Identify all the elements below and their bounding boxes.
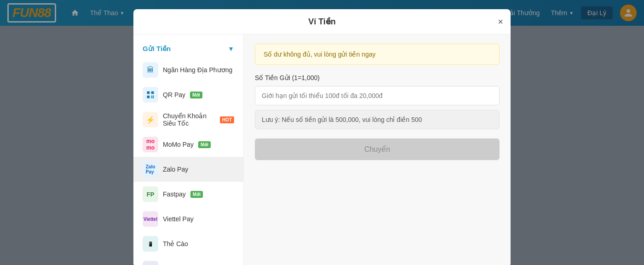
- sidebar-item-label: Fastpay: [163, 190, 186, 198]
- modal-close-button[interactable]: ×: [498, 17, 503, 26]
- fastpay-icon: FP: [143, 186, 158, 202]
- form-label: Số Tiền Gửi (1=1,000): [255, 74, 500, 81]
- amount-input[interactable]: [255, 86, 500, 105]
- sidebar-item-the-cao[interactable]: 📱 Thẻ Cào: [133, 231, 243, 256]
- sidebar-item-chuyen-khoan[interactable]: ⚡ Chuyển Khoản Siêu Tốc HOT: [133, 107, 243, 132]
- qr-icon: [143, 87, 158, 103]
- svg-rect-1: [151, 92, 154, 94]
- sidebar-item-the-cash[interactable]: 💳 Thẻ Cash: [133, 256, 243, 265]
- zalo-icon: ZaloPay: [143, 161, 158, 177]
- modal-main: Số dư không đủ, vui lòng gửi tiền ngay S…: [244, 35, 511, 265]
- the-cash-icon: 💳: [143, 261, 158, 265]
- sidebar-item-label: Ngân Hàng Địa Phương: [163, 66, 232, 74]
- hot-badge: HOT: [220, 116, 234, 123]
- modal-body: Gửi Tiền ▼ 🏛 Ngân Hàng Địa Phương QR Pay…: [133, 35, 511, 265]
- new-badge: Mới: [190, 191, 203, 198]
- sidebar-item-viettel[interactable]: Viettel Viettel Pay: [133, 207, 243, 231]
- transfer-button[interactable]: Chuyển: [255, 138, 500, 160]
- fast-transfer-icon: ⚡: [143, 112, 158, 127]
- svg-rect-3: [151, 96, 153, 97]
- sidebar-item-label: Thẻ Cào: [163, 240, 188, 248]
- viettel-icon: Viettel: [143, 211, 158, 227]
- bank-icon: 🏛: [143, 62, 158, 78]
- momo-icon: momo: [143, 137, 158, 152]
- modal-title: Ví Tiền: [308, 17, 336, 27]
- svg-rect-6: [153, 97, 154, 98]
- sidebar-item-label: Zalo Pay: [163, 166, 188, 173]
- modal: Ví Tiền × Gửi Tiền ▼ 🏛 Ngân Hàng Địa Phư…: [133, 9, 511, 265]
- modal-sidebar: Gửi Tiền ▼ 🏛 Ngân Hàng Địa Phương QR Pay…: [133, 35, 244, 265]
- sidebar-item-qr-pay[interactable]: QR Pay Mới: [133, 82, 243, 107]
- sidebar-section-header[interactable]: Gửi Tiền ▼: [133, 40, 243, 58]
- chevron-down-icon: ▼: [228, 45, 234, 52]
- modal-overlay: Ví Tiền × Gửi Tiền ▼ 🏛 Ngân Hàng Địa Phư…: [0, 0, 644, 265]
- form-note: Lưu ý: Nếu số tiền gửi là 500,000, vui l…: [255, 110, 500, 129]
- sidebar-item-ngan-hang[interactable]: 🏛 Ngân Hàng Địa Phương: [133, 58, 243, 82]
- sidebar-section-label: Gửi Tiền: [143, 45, 171, 53]
- sidebar-item-label: QR Pay: [163, 91, 185, 98]
- svg-rect-4: [153, 96, 154, 97]
- new-badge: Mới: [190, 92, 202, 98]
- new-badge: Mới: [198, 141, 211, 148]
- svg-rect-5: [151, 97, 153, 98]
- sidebar-item-zalo[interactable]: ZaloPay Zalo Pay: [133, 157, 243, 182]
- sidebar-item-momo[interactable]: momo MoMo Pay Mới: [133, 132, 243, 157]
- svg-rect-2: [147, 96, 150, 98]
- the-cao-icon: 📱: [143, 236, 158, 252]
- alert-warning: Số dư không đủ, vui lòng gửi tiền ngay: [255, 44, 500, 65]
- modal-header: Ví Tiền ×: [133, 9, 511, 35]
- sidebar-item-label: Viettel Pay: [163, 215, 194, 223]
- svg-rect-0: [147, 92, 150, 94]
- sidebar-item-fastpay[interactable]: FP Fastpay Mới: [133, 182, 243, 207]
- sidebar-item-label: MoMo Pay: [163, 141, 194, 148]
- sidebar-item-label: Chuyển Khoản Siêu Tốc: [163, 112, 215, 127]
